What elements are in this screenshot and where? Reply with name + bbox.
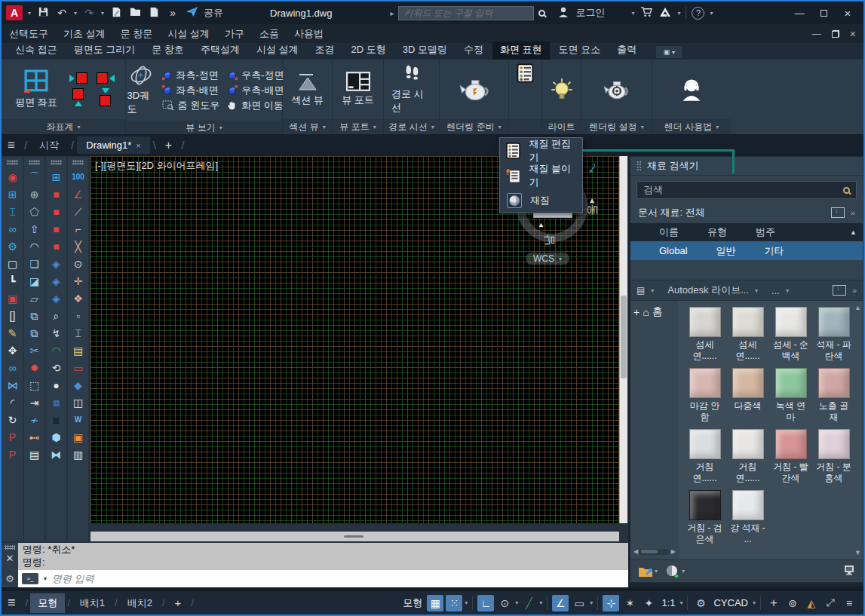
ribbon-tab-drawing-elements[interactable]: 도면 요소 <box>551 41 609 60</box>
maximize-button[interactable] <box>812 4 835 22</box>
ribbon-tab-house-design[interactable]: 주택설계 <box>193 41 247 60</box>
canvas-vertical-scrollbar[interactable] <box>619 156 627 523</box>
tool-zoom-dynamic-icon[interactable]: ↯ <box>48 324 66 342</box>
ribbon-tab-output[interactable]: 출력 <box>609 41 644 60</box>
menu-basic-design[interactable]: 기초 설계 <box>63 27 106 41</box>
tool-center-circle-icon[interactable]: ⊕ <box>26 185 44 203</box>
tool-orbit-icon[interactable]: ⟲ <box>48 359 66 376</box>
tool-revolve-icon[interactable]: ◠ <box>26 238 44 255</box>
app-menu-caret-icon[interactable]: ▾ <box>28 10 31 17</box>
palette-title-bar[interactable]: 재료 검색기 <box>630 157 863 176</box>
tool-column-icon[interactable]: ⌶ <box>4 203 22 220</box>
material-item[interactable]: 석재 - 파란색 <box>815 307 852 363</box>
canvas-horizontal-scrollbar[interactable] <box>90 532 619 541</box>
customize-icon[interactable]: ≡ <box>841 595 857 611</box>
tree-hscrollbar[interactable]: ◀▶ <box>633 548 676 555</box>
materials-scroll-down-icon[interactable]: ▼ <box>854 549 861 556</box>
tool-wmf-export-icon[interactable]: W <box>69 411 87 428</box>
tool-gear-icon[interactable]: ⚙ <box>4 238 22 255</box>
tree-home-item[interactable]: + ⌂ 홈 <box>633 305 676 319</box>
tool-copy-icon[interactable]: ∞ <box>4 359 22 376</box>
tool-array-dialog-icon[interactable]: ▤ <box>26 446 44 463</box>
snap-angle-toggle[interactable]: ∠ <box>552 595 569 611</box>
tool-iso-se-icon[interactable]: ◈ <box>48 272 66 290</box>
viewcube-up-arrow-icon[interactable]: ▲ <box>538 221 544 228</box>
new-drawing-icon[interactable] <box>109 7 123 20</box>
login-caret-icon[interactable]: ▾ <box>631 10 634 17</box>
command-input-row[interactable]: >_ ▾ 명령 입력 <box>18 570 628 587</box>
ribbon-tab-landscape[interactable]: 조경 <box>308 41 342 60</box>
materials-table-header[interactable]: 이름 유형 범주 ▲ <box>630 223 863 241</box>
menu-item-material[interactable]: 재질 <box>500 188 582 213</box>
toolbox-grip[interactable] <box>51 160 62 165</box>
ribbon-tab-modify[interactable]: 수정 <box>456 41 491 60</box>
menu-item-material-attach[interactable]: 재질 붙이기 <box>500 163 582 188</box>
tool-layers-icon[interactable]: ▥ <box>69 446 87 463</box>
menu-door-window[interactable]: 문 창문 <box>121 27 153 41</box>
rotate-cw-icon[interactable]: ⤵ <box>585 162 599 176</box>
tool-move-icon[interactable]: ✥ <box>4 342 22 359</box>
ribbon-tab-floorplan[interactable]: 평면도 그리기 <box>66 41 143 60</box>
light-panel-label[interactable]: 라이트 <box>542 119 581 134</box>
command-grip[interactable] <box>5 545 15 550</box>
tool-render-sphere-icon[interactable]: ● <box>48 376 66 394</box>
wrench-icon[interactable]: ⚙ <box>5 573 14 584</box>
material-item[interactable]: 섬세 연...... <box>686 307 723 363</box>
material-item[interactable]: 거침 - 분홍색 <box>815 429 852 486</box>
layout2-tab[interactable]: 배치2 <box>120 593 160 613</box>
section-panel-label[interactable]: 섹션 뷰▾ <box>283 119 332 134</box>
tool-mirror-icon[interactable]: ⋈ <box>4 376 22 394</box>
ribbon-minimize-button[interactable]: ▣▾ <box>656 46 682 58</box>
render-settings-panel-label[interactable]: 렌더링 설정▾ <box>581 119 652 134</box>
file-tab-menu-icon[interactable]: ≡ <box>8 138 15 153</box>
ribbon-tab-3d-modeling[interactable]: 3D 모델링 <box>395 41 455 60</box>
material-search-icon[interactable] <box>843 187 850 194</box>
tool-solid-rect-icon[interactable]: ▣ <box>4 290 22 307</box>
render-prep-button[interactable] <box>459 77 490 102</box>
plan-coords-button[interactable]: 평면 좌표 <box>12 68 60 111</box>
material-item[interactable]: 섬세 연...... <box>729 307 766 363</box>
isometric-toggle[interactable]: ╱ <box>520 595 537 611</box>
annotation-scale[interactable]: 1:1 <box>659 597 677 608</box>
grid-toggle[interactable]: ▦ <box>427 595 443 611</box>
library-list-icon[interactable]: ▤ <box>636 285 645 296</box>
status-menu-icon[interactable]: ≡ <box>8 595 16 611</box>
tool-bracket-icon[interactable]: [] <box>4 307 22 324</box>
document-materials-row[interactable]: 문서 재료: 전체 » <box>630 202 863 223</box>
ribbon-tab-quick-access[interactable]: 신속 접근 <box>8 41 65 60</box>
viewport-panel-label[interactable]: 뷰 포트▾ <box>333 119 383 134</box>
tool-sphere-link-icon[interactable]: ∞ <box>4 220 22 238</box>
polar-tracking-toggle[interactable]: ⊙ <box>496 595 513 611</box>
snap-grid-toggle[interactable]: ⁙ <box>446 595 462 611</box>
tool-viewgrid-icon[interactable]: ⊞ <box>48 168 66 185</box>
tool-scale-100-icon[interactable]: 100 <box>69 168 87 185</box>
fullscreen-icon[interactable]: ⤢ <box>822 595 839 611</box>
library-caret-icon[interactable]: ▾ <box>755 287 758 294</box>
new-tab-button[interactable]: + <box>159 139 178 152</box>
tool-break-icon[interactable]: ≁ <box>26 411 44 428</box>
light-button[interactable] <box>550 78 574 102</box>
material-item[interactable]: 강 석재 - ... <box>729 490 766 547</box>
tool-group-icon[interactable]: ⧓ <box>48 446 66 463</box>
layout1-tab[interactable]: 배치1 <box>72 593 112 613</box>
tool-camera-icon[interactable]: ◙ <box>48 411 66 428</box>
library-more-select[interactable]: ... <box>771 285 780 296</box>
materials-scroll-up-icon[interactable]: ▲ <box>854 304 861 311</box>
walk-path-button[interactable]: 경로 시선 <box>388 63 434 116</box>
osnap-tracking-toggle[interactable]: ✶ <box>621 595 638 611</box>
display-options-button[interactable] <box>843 564 855 578</box>
tool-dim-horizontal-icon[interactable]: ⌶ <box>69 324 87 342</box>
scale-caret-icon[interactable]: ▾ <box>679 599 682 606</box>
user-icon[interactable] <box>557 6 570 20</box>
undo-icon[interactable]: ↶ <box>55 7 69 19</box>
ribbon-tab-facility-design[interactable]: 시설 설계 <box>249 41 306 60</box>
material-item[interactable]: 다중색 <box>729 368 766 424</box>
material-search-box[interactable]: 검색 <box>636 181 857 199</box>
tool-trim-icon[interactable]: ✂ <box>26 342 44 359</box>
save-icon[interactable] <box>36 6 50 20</box>
tool-fillet-icon[interactable]: ◜ <box>4 394 22 411</box>
model-space-label[interactable]: 모형 <box>400 596 425 610</box>
doc-close-button[interactable]: × <box>850 28 856 40</box>
menu-select-tools[interactable]: 선택도구 <box>9 27 48 41</box>
create-material-button[interactable]: ▾ <box>665 565 685 578</box>
